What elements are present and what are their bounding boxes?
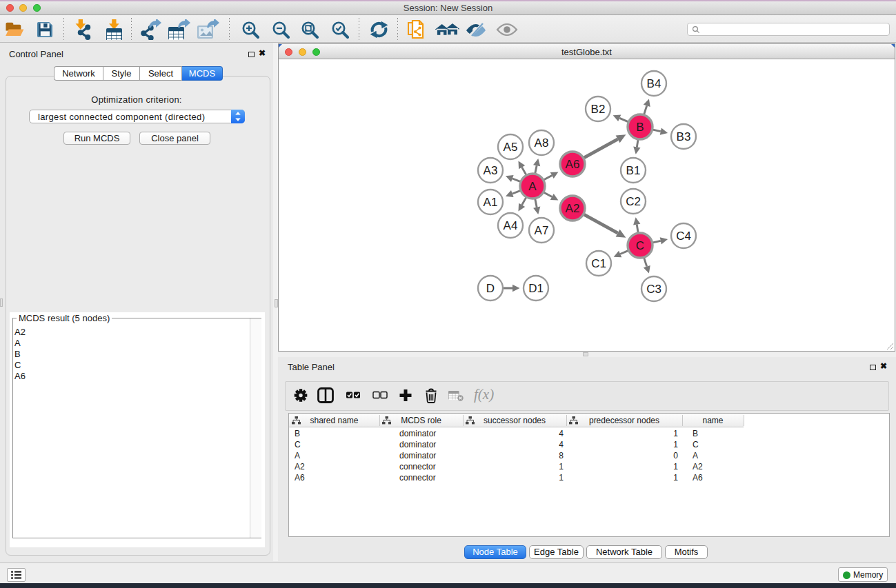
svg-text:D: D <box>486 282 495 295</box>
svg-text:C4: C4 <box>676 230 691 243</box>
svg-text:A: A <box>528 180 537 193</box>
svg-text:B: B <box>636 121 644 134</box>
svg-text:B2: B2 <box>591 103 606 116</box>
svg-text:D1: D1 <box>528 282 544 295</box>
svg-text:A8: A8 <box>535 136 549 150</box>
svg-text:C1: C1 <box>591 257 606 270</box>
svg-text:A1: A1 <box>484 196 498 209</box>
svg-text:A6: A6 <box>566 158 580 171</box>
svg-text:B1: B1 <box>626 164 641 177</box>
svg-text:B4: B4 <box>647 77 661 90</box>
svg-text:A3: A3 <box>484 164 498 177</box>
svg-text:C3: C3 <box>646 283 661 296</box>
svg-text:C: C <box>636 239 644 252</box>
svg-text:B3: B3 <box>677 130 691 143</box>
svg-text:A2: A2 <box>566 202 580 215</box>
svg-text:A4: A4 <box>504 219 518 232</box>
svg-text:A7: A7 <box>535 224 549 237</box>
svg-text:A5: A5 <box>504 141 518 154</box>
svg-text:C2: C2 <box>626 195 641 208</box>
